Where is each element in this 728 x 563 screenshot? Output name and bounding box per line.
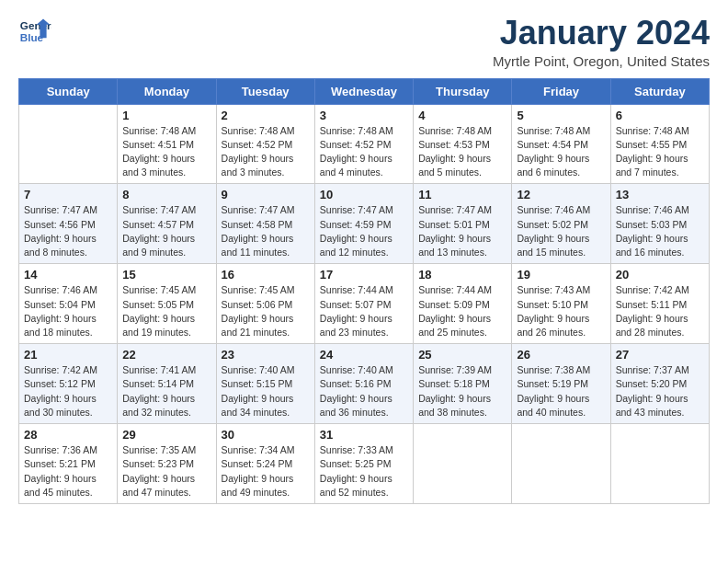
day-number: 7 [24,188,112,201]
calendar-cell: 23Sunrise: 7:40 AMSunset: 5:15 PMDayligh… [216,344,314,424]
day-header-monday: Monday [118,78,216,104]
calendar-cell [610,424,709,504]
day-number: 14 [24,268,112,282]
day-info: Sunrise: 7:47 AMSunset: 4:56 PMDaylight:… [24,203,112,259]
day-number: 12 [517,188,605,201]
calendar-cell: 18Sunrise: 7:44 AMSunset: 5:09 PMDayligh… [414,264,512,344]
day-number: 25 [418,348,506,362]
calendar-cell: 10Sunrise: 7:47 AMSunset: 4:59 PMDayligh… [314,184,413,264]
logo: General Blue [18,15,51,48]
day-info: Sunrise: 7:45 AMSunset: 5:05 PMDaylight:… [122,283,210,339]
day-info: Sunrise: 7:33 AMSunset: 5:25 PMDaylight:… [320,443,408,500]
day-info: Sunrise: 7:48 AMSunset: 4:53 PMDaylight:… [418,124,506,180]
day-number: 3 [320,109,408,122]
calendar-cell: 4Sunrise: 7:48 AMSunset: 4:53 PMDaylight… [414,104,512,184]
calendar-cell: 8Sunrise: 7:47 AMSunset: 4:57 PMDaylight… [118,184,216,264]
calendar-cell: 5Sunrise: 7:48 AMSunset: 4:54 PMDaylight… [512,104,610,184]
day-number: 6 [616,109,704,122]
svg-text:General: General [20,19,51,31]
calendar-cell: 19Sunrise: 7:43 AMSunset: 5:10 PMDayligh… [512,264,610,344]
calendar-cell [19,104,118,184]
day-number: 27 [616,348,704,362]
calendar-cell: 12Sunrise: 7:46 AMSunset: 5:02 PMDayligh… [512,184,610,264]
day-number: 9 [222,188,310,201]
day-number: 24 [320,348,408,362]
calendar-cell: 27Sunrise: 7:37 AMSunset: 5:20 PMDayligh… [610,344,709,424]
day-number: 17 [320,268,408,282]
day-number: 4 [418,109,506,122]
calendar-cell: 25Sunrise: 7:39 AMSunset: 5:18 PMDayligh… [414,344,512,424]
day-number: 1 [122,109,210,122]
calendar-cell: 20Sunrise: 7:42 AMSunset: 5:11 PMDayligh… [610,264,709,344]
day-info: Sunrise: 7:42 AMSunset: 5:12 PMDaylight:… [24,363,112,419]
day-header-tuesday: Tuesday [216,78,314,104]
day-info: Sunrise: 7:45 AMSunset: 5:06 PMDaylight:… [222,283,310,339]
day-number: 10 [320,188,408,201]
day-header-wednesday: Wednesday [314,78,413,104]
calendar-cell: 31Sunrise: 7:33 AMSunset: 5:25 PMDayligh… [314,424,413,504]
day-number: 28 [24,428,112,442]
day-info: Sunrise: 7:34 AMSunset: 5:24 PMDaylight:… [222,443,310,500]
day-info: Sunrise: 7:44 AMSunset: 5:07 PMDaylight:… [320,283,408,339]
calendar-cell: 30Sunrise: 7:34 AMSunset: 5:24 PMDayligh… [216,424,314,504]
day-header-saturday: Saturday [610,78,709,104]
day-number: 23 [222,348,310,362]
calendar-table: SundayMondayTuesdayWednesdayThursdayFrid… [18,78,710,504]
calendar-cell: 28Sunrise: 7:36 AMSunset: 5:21 PMDayligh… [19,424,118,504]
day-info: Sunrise: 7:36 AMSunset: 5:21 PMDaylight:… [24,443,112,500]
title-block: January 2024 Myrtle Point, Oregon, Unite… [493,15,710,69]
day-info: Sunrise: 7:48 AMSunset: 4:52 PMDaylight:… [222,124,310,180]
day-number: 5 [517,109,605,122]
week-row-1: 1Sunrise: 7:48 AMSunset: 4:51 PMDaylight… [19,104,710,184]
week-row-5: 28Sunrise: 7:36 AMSunset: 5:21 PMDayligh… [19,424,710,504]
calendar-cell: 16Sunrise: 7:45 AMSunset: 5:06 PMDayligh… [216,264,314,344]
calendar-cell: 2Sunrise: 7:48 AMSunset: 4:52 PMDaylight… [216,104,314,184]
calendar-subtitle: Myrtle Point, Oregon, United States [493,53,710,69]
calendar-cell: 15Sunrise: 7:45 AMSunset: 5:05 PMDayligh… [118,264,216,344]
day-headers-row: SundayMondayTuesdayWednesdayThursdayFrid… [19,78,710,104]
day-number: 26 [517,348,605,362]
day-info: Sunrise: 7:48 AMSunset: 4:52 PMDaylight:… [320,124,408,180]
calendar-cell: 14Sunrise: 7:46 AMSunset: 5:04 PMDayligh… [19,264,118,344]
day-number: 11 [418,188,506,201]
day-number: 15 [122,268,210,282]
day-info: Sunrise: 7:40 AMSunset: 5:15 PMDaylight:… [222,363,310,419]
calendar-cell: 9Sunrise: 7:47 AMSunset: 4:58 PMDaylight… [216,184,314,264]
calendar-cell: 17Sunrise: 7:44 AMSunset: 5:07 PMDayligh… [314,264,413,344]
day-info: Sunrise: 7:48 AMSunset: 4:54 PMDaylight:… [517,124,605,180]
calendar-cell: 22Sunrise: 7:41 AMSunset: 5:14 PMDayligh… [118,344,216,424]
day-info: Sunrise: 7:35 AMSunset: 5:23 PMDaylight:… [122,443,210,500]
calendar-cell: 7Sunrise: 7:47 AMSunset: 4:56 PMDaylight… [19,184,118,264]
day-info: Sunrise: 7:38 AMSunset: 5:19 PMDaylight:… [517,363,605,419]
logo-icon: General Blue [18,15,51,48]
calendar-cell: 13Sunrise: 7:46 AMSunset: 5:03 PMDayligh… [610,184,709,264]
day-info: Sunrise: 7:41 AMSunset: 5:14 PMDaylight:… [122,363,210,419]
calendar-title: January 2024 [493,15,710,52]
day-number: 31 [320,428,408,442]
day-number: 21 [24,348,112,362]
day-info: Sunrise: 7:46 AMSunset: 5:04 PMDaylight:… [24,283,112,339]
day-number: 13 [616,188,704,201]
day-info: Sunrise: 7:46 AMSunset: 5:02 PMDaylight:… [517,203,605,259]
day-number: 22 [122,348,210,362]
day-number: 20 [616,268,704,282]
day-info: Sunrise: 7:47 AMSunset: 5:01 PMDaylight:… [418,203,506,259]
week-row-2: 7Sunrise: 7:47 AMSunset: 4:56 PMDaylight… [19,184,710,264]
calendar-cell [414,424,512,504]
day-number: 8 [122,188,210,201]
day-info: Sunrise: 7:48 AMSunset: 4:51 PMDaylight:… [122,124,210,180]
day-info: Sunrise: 7:39 AMSunset: 5:18 PMDaylight:… [418,363,506,419]
day-number: 30 [222,428,310,442]
day-info: Sunrise: 7:40 AMSunset: 5:16 PMDaylight:… [320,363,408,419]
calendar-cell: 1Sunrise: 7:48 AMSunset: 4:51 PMDaylight… [118,104,216,184]
day-header-sunday: Sunday [19,78,118,104]
day-info: Sunrise: 7:42 AMSunset: 5:11 PMDaylight:… [616,283,704,339]
day-header-thursday: Thursday [414,78,512,104]
week-row-4: 21Sunrise: 7:42 AMSunset: 5:12 PMDayligh… [19,344,710,424]
day-header-friday: Friday [512,78,610,104]
day-info: Sunrise: 7:48 AMSunset: 4:55 PMDaylight:… [616,124,704,180]
calendar-cell: 11Sunrise: 7:47 AMSunset: 5:01 PMDayligh… [414,184,512,264]
day-info: Sunrise: 7:46 AMSunset: 5:03 PMDaylight:… [616,203,704,259]
day-info: Sunrise: 7:44 AMSunset: 5:09 PMDaylight:… [418,283,506,339]
calendar-cell: 21Sunrise: 7:42 AMSunset: 5:12 PMDayligh… [19,344,118,424]
